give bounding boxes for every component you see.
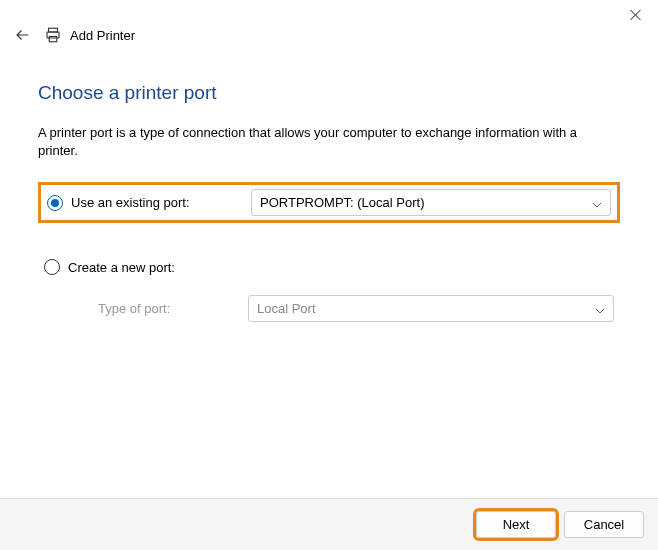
radio-new-port[interactable] (44, 259, 60, 275)
page-description: A printer port is a type of connection t… (38, 124, 620, 160)
new-port-type-row: Type of port: Local Port (38, 291, 620, 326)
option-existing-port[interactable]: Use an existing port: PORTPROMPT: (Local… (38, 182, 620, 223)
svg-rect-2 (49, 37, 57, 42)
option-new-port[interactable]: Create a new port: (38, 255, 620, 279)
add-printer-dialog: Add Printer Choose a printer port A prin… (0, 0, 658, 550)
window-title: Add Printer (70, 28, 135, 43)
port-type-value: Local Port (257, 301, 316, 316)
existing-port-value: PORTPROMPT: (Local Port) (260, 195, 424, 210)
button-bar: Next Cancel (0, 498, 658, 550)
chevron-down-icon (595, 304, 605, 314)
next-button[interactable]: Next (476, 511, 556, 538)
cancel-button[interactable]: Cancel (564, 511, 644, 538)
label-port-type: Type of port: (68, 301, 248, 316)
titlebar: Add Printer (0, 0, 658, 52)
back-button[interactable] (14, 26, 32, 44)
page-heading: Choose a printer port (38, 82, 620, 104)
chevron-down-icon (592, 198, 602, 208)
content-area: Choose a printer port A printer port is … (0, 52, 658, 498)
label-existing-port: Use an existing port: (71, 195, 251, 210)
port-type-dropdown: Local Port (248, 295, 614, 322)
existing-port-dropdown[interactable]: PORTPROMPT: (Local Port) (251, 189, 611, 216)
label-new-port: Create a new port: (68, 260, 248, 275)
radio-existing-port[interactable] (47, 195, 63, 211)
printer-icon (44, 26, 62, 44)
